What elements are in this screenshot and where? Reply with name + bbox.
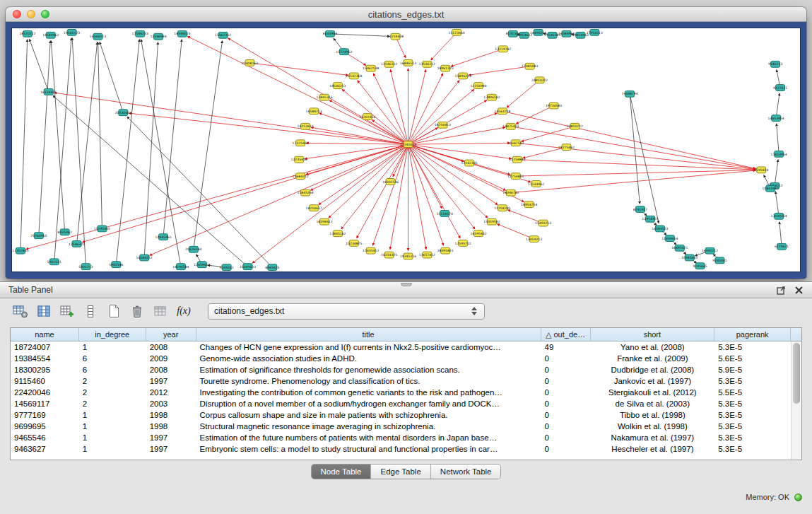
graph-node[interactable]: 15123464 (449, 29, 465, 35)
graph-node[interactable]: 16254325 (381, 252, 397, 258)
graph-node[interactable]: 12845316 (316, 94, 332, 100)
table-cell[interactable]: Franke et al. (2009) (591, 353, 715, 364)
table-cell[interactable]: 0 (541, 375, 591, 387)
graph-edge[interactable] (519, 144, 756, 170)
table-cell[interactable]: 2008 (146, 364, 196, 375)
graph-node[interactable]: 8965423 (265, 264, 279, 271)
select-columns-button[interactable] (35, 302, 53, 320)
graph-node[interactable]: 17325461 (293, 140, 309, 146)
graph-node[interactable]: 16046742 (502, 189, 519, 196)
table-cell[interactable]: 9777169 (11, 409, 79, 421)
graph-node[interactable]: 20530452 (115, 110, 131, 116)
table-cell[interactable]: Estimation of the future numbers of pati… (196, 432, 541, 443)
graph-node[interactable]: 17954213 (587, 29, 603, 35)
table-cell[interactable]: Dudbridge et al. (2008) (591, 364, 715, 375)
graph-node[interactable]: 12954355 (642, 216, 658, 222)
graph-edge[interactable] (408, 69, 425, 141)
table-cell[interactable]: 49 (541, 341, 591, 353)
graph-edge[interactable] (252, 63, 348, 75)
graph-edge[interactable] (777, 124, 779, 151)
table-row[interactable]: 1938455462009Genome-wide association stu… (11, 353, 791, 364)
table-cell[interactable]: 1 (79, 421, 146, 432)
tab-network-table[interactable]: Network Table (431, 465, 501, 479)
table-cell[interactable]: Yano et al. (2008) (591, 341, 715, 353)
graph-node[interactable]: 13546212 (419, 61, 435, 67)
tab-node-table[interactable]: Node Table (312, 465, 372, 479)
graph-node[interactable]: 9245012 (219, 264, 233, 271)
rows-button[interactable] (81, 302, 100, 320)
graph-node[interactable]: 18546523 (174, 30, 190, 37)
table-cell[interactable]: 5.3E-5 (714, 398, 791, 409)
graph-edge[interactable] (390, 69, 407, 141)
graph-edge[interactable] (77, 42, 98, 242)
graph-node[interactable]: 12845965 (155, 234, 171, 240)
table-cell[interactable]: 0 (541, 421, 591, 432)
table-cell[interactable]: Investigating the contribution of common… (196, 387, 541, 398)
table-cell[interactable]: 1998 (146, 409, 196, 421)
float-panel-icon[interactable] (777, 286, 786, 295)
delete-button[interactable] (128, 302, 146, 320)
table-cell[interactable]: 9465546 (11, 432, 79, 443)
graph-node[interactable]: 17896542 (483, 94, 500, 100)
graph-node[interactable]: 15234875 (346, 240, 362, 247)
graph-edge[interactable] (144, 42, 158, 255)
table-cell[interactable]: Stergiakouli et al. (2012) (591, 387, 715, 398)
table-cell[interactable]: 1998 (146, 421, 196, 432)
graph-node[interactable]: 8533964 (323, 30, 337, 37)
graph-edge[interactable] (411, 146, 506, 190)
graph-edge[interactable] (26, 145, 406, 249)
table-row[interactable]: 977716911998Corpus callosum shape and si… (11, 409, 791, 421)
table-cell[interactable]: 1 (79, 432, 146, 443)
graph-edge[interactable] (329, 100, 406, 144)
graph-edge[interactable] (82, 145, 405, 242)
graph-node[interactable]: 13202456 (359, 114, 375, 120)
graph-node[interactable]: 5901213 (78, 264, 93, 270)
graph-edge[interactable] (54, 93, 406, 144)
table-cell[interactable]: 5.6E-5 (714, 353, 791, 364)
graph-node[interactable]: 18296584 (172, 264, 189, 270)
table-cell[interactable]: 0 (541, 364, 591, 375)
graph-edge[interactable] (396, 39, 406, 58)
graph-edge[interactable] (187, 36, 406, 143)
graph-node[interactable]: 15724962 (336, 49, 352, 55)
graph-node[interactable]: 9245665 (693, 263, 707, 269)
graph-node[interactable]: 9227421 (773, 85, 787, 91)
graph-edge[interactable] (372, 147, 407, 245)
table-cell[interactable]: 1997 (146, 443, 196, 455)
graph-node[interactable]: 8435962 (58, 229, 72, 235)
graph-edge[interactable] (358, 81, 406, 142)
graph-node[interactable]: 11254843 (509, 156, 525, 163)
graph-node[interactable]: 17595712 (455, 240, 471, 247)
graph-node[interactable]: 24850312 (531, 77, 548, 83)
graph-node[interactable]: 25260950 (30, 233, 47, 239)
graph-node[interactable]: 9546213 (768, 61, 782, 67)
table-cell[interactable]: 0 (541, 398, 591, 409)
graph-node[interactable]: 11453954 (771, 151, 787, 157)
scrollbar-thumb[interactable] (793, 343, 800, 404)
table-cell[interactable]: 18724007 (11, 341, 79, 353)
table-cell[interactable]: Nakamura et al. (1997) (591, 432, 715, 443)
graph-node[interactable]: 1595834 (754, 167, 768, 173)
graph-edge[interactable] (411, 143, 510, 144)
graph-edge[interactable] (98, 42, 102, 226)
table-cell[interactable]: 5.3E-5 (714, 341, 791, 353)
table-cell[interactable]: Corpus callosum shape and size in male p… (196, 409, 541, 421)
graph-node[interactable]: 14453954 (768, 115, 784, 122)
table-cell[interactable]: 6 (79, 364, 146, 375)
graph-edge[interactable] (507, 210, 541, 222)
table-cell[interactable]: 5.9E-5 (714, 364, 791, 375)
graph-edge[interactable] (393, 147, 407, 177)
table-cell[interactable]: 5.3E-5 (714, 443, 791, 455)
graph-edge[interactable] (334, 38, 343, 49)
graph-edge[interactable] (451, 50, 500, 67)
graph-node[interactable]: 17485083 (522, 63, 538, 69)
graph-node[interactable]: 16154975 (40, 89, 57, 95)
graph-edge[interactable] (779, 222, 782, 244)
graph-node[interactable]: 12356984 (470, 83, 486, 89)
graph-edge[interactable] (411, 146, 498, 204)
graph-edge[interactable] (346, 53, 366, 65)
graph-edge[interactable] (411, 127, 505, 144)
table-cell[interactable]: Jankovic et al. (1997) (591, 375, 715, 387)
graph-edge[interactable] (30, 39, 48, 89)
table-row[interactable]: 1830029562008Estimation of significance … (11, 364, 791, 375)
